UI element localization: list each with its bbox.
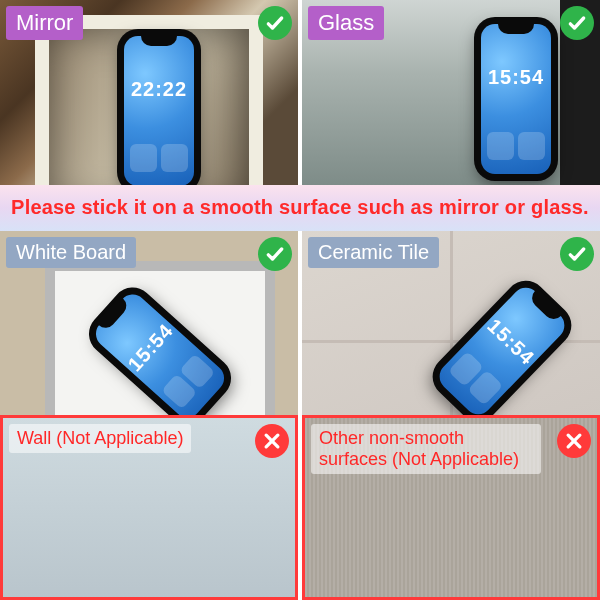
phone-time: 22:22 — [124, 78, 194, 101]
phone-on-ceramic: 15:54 — [428, 276, 576, 415]
cross-icon — [255, 424, 289, 458]
instruction-banner: Please stick it on a smooth surface such… — [0, 185, 600, 231]
cell-glass: Glass 15:54 — [302, 0, 600, 185]
whiteboard-label: White Board — [6, 237, 136, 268]
cell-ceramic-tile: Ceramic Tile 15:54 — [302, 231, 600, 416]
glass-label: Glass — [308, 6, 384, 40]
cell-non-smooth: Other non-smooth surfaces (Not Applicabl… — [302, 415, 600, 600]
phone-time: 15:54 — [121, 317, 180, 378]
check-icon — [560, 237, 594, 271]
row-1: Mirror 22:22 Glass 15:54 — [0, 0, 600, 185]
mirror-label: Mirror — [6, 6, 83, 40]
nonsmooth-label: Other non-smooth surfaces (Not Applicabl… — [311, 424, 541, 473]
wall-label: Wall (Not Applicable) — [9, 424, 191, 453]
cell-mirror: Mirror 22:22 — [0, 0, 298, 185]
check-icon — [560, 6, 594, 40]
row-2: White Board 15:54 Ceramic Tile 15:54 — [0, 231, 600, 416]
check-icon — [258, 237, 292, 271]
check-icon — [258, 6, 292, 40]
phone-on-mirror: 22:22 — [120, 32, 198, 185]
cross-icon — [557, 424, 591, 458]
phone-time: 15:54 — [480, 312, 541, 372]
phone-time: 15:54 — [481, 66, 551, 89]
phone-on-whiteboard: 15:54 — [85, 283, 236, 416]
row-3: Wall (Not Applicable) Other non-smooth s… — [0, 415, 600, 600]
phone-on-glass: 15:54 — [477, 20, 555, 178]
cell-wall: Wall (Not Applicable) — [0, 415, 298, 600]
surface-compatibility-grid: Mirror 22:22 Glass 15:54 — [0, 0, 600, 600]
cell-whiteboard: White Board 15:54 — [0, 231, 298, 416]
ceramic-label: Ceramic Tile — [308, 237, 439, 268]
